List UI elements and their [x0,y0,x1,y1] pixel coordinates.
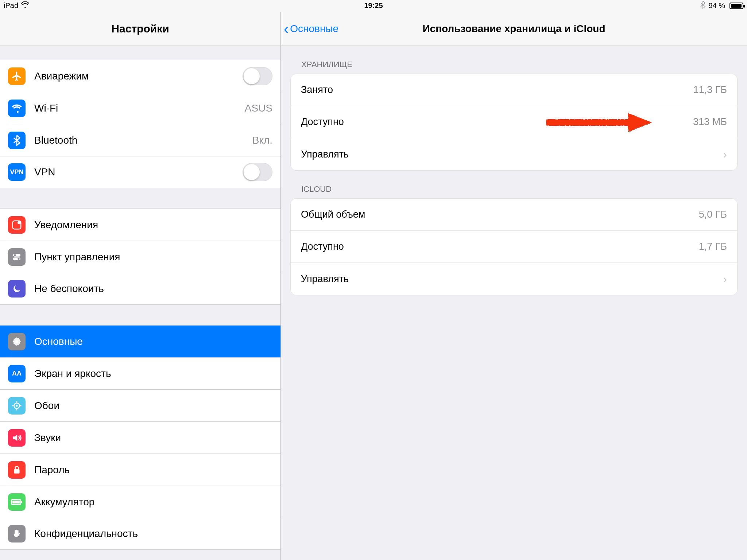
vpn-toggle[interactable] [243,163,272,181]
sidebar-item-notifications[interactable]: Уведомления [0,209,280,241]
sidebar-group-alerts: Уведомления Пункт управления Не беспокои… [0,209,280,305]
settings-sidebar: Настройки Авиарежим Wi-Fi [0,12,281,560]
display-icon: AA [8,365,26,382]
row-storage-manage[interactable]: Управлять › [291,138,737,170]
sidebar-item-battery[interactable]: Аккумулятор [0,486,280,518]
status-bar: iPad 19:25 94 % [0,0,747,12]
bluetooth-icon [8,132,26,149]
section-storage: ХРАНИЛИЩЕ Занято 11,3 ГБ Доступно [290,56,738,171]
row-icloud-total: Общий объем 5,0 ГБ [291,199,737,231]
svg-rect-13 [14,469,19,473]
moon-icon [8,280,26,298]
airplane-toggle[interactable] [243,67,272,85]
row-label: Экран и яркость [34,368,272,380]
page-title: Использование хранилища и iCloud [422,23,605,35]
battery-percent: 94 % [708,1,725,10]
row-label: Авиарежим [34,70,243,82]
row-value: Вкл. [252,135,272,146]
back-button[interactable]: ‹ Основные [284,12,338,46]
row-label: Wi-Fi [34,102,245,114]
row-label: Доступно [301,116,693,128]
wallpaper-icon [8,397,26,415]
row-value: ASUS [245,102,272,114]
row-label: Не беспокоить [34,283,272,295]
row-label: Управлять [301,273,719,285]
gear-icon [8,333,26,350]
row-label: Bluetooth [34,135,252,146]
back-label: Основные [290,23,338,35]
sidebar-scroll[interactable]: Авиарежим Wi-Fi ASUS Blue [0,46,280,560]
section-header: ХРАНИЛИЩЕ [290,56,738,74]
row-label: Звуки [34,432,272,444]
sidebar-item-sounds[interactable]: Звуки [0,421,280,454]
svg-point-1 [18,221,21,224]
row-label: Пароль [34,464,272,476]
row-label: Основные [34,336,272,347]
wifi-icon [8,100,26,117]
status-right: 94 % [700,1,743,11]
row-label: Пункт управления [34,251,272,263]
section-icloud: ICLOUD Общий объем 5,0 ГБ Доступно 1,7 Г… [290,181,738,295]
row-label: VPN [34,166,243,178]
battery-icon [729,3,743,9]
chevron-right-icon: › [723,148,727,161]
row-label: Занято [301,84,693,96]
airplane-icon [8,67,26,85]
hand-icon [8,525,26,542]
sidebar-title: Настройки [0,12,280,46]
control-center-icon [8,248,26,266]
svg-point-5 [18,258,20,260]
sidebar-group-connectivity: Авиарежим Wi-Fi ASUS Blue [0,60,280,188]
sidebar-item-passcode[interactable]: Пароль [0,454,280,486]
svg-rect-15 [12,501,20,503]
status-left: iPad [4,1,29,10]
chevron-right-icon: › [723,272,727,286]
sidebar-item-wifi[interactable]: Wi-Fi ASUS [0,92,280,124]
bluetooth-icon [700,1,705,11]
svg-point-8 [16,405,18,407]
content-scroll[interactable]: ХРАНИЛИЩЕ Занято 11,3 ГБ Доступно [281,46,747,560]
sidebar-item-wallpaper[interactable]: Обои [0,389,280,421]
row-value: 313 МБ [693,116,727,128]
svg-point-4 [14,254,16,256]
row-label: Конфиденциальность [34,528,272,540]
sidebar-item-control-center[interactable]: Пункт управления [0,241,280,273]
content-header: ‹ Основные Использование хранилища и iCl… [281,12,747,46]
sidebar-item-privacy[interactable]: Конфиденциальность [0,518,280,550]
row-label: Уведомления [34,219,272,231]
row-storage-available: Доступно 313 МБ [291,106,737,138]
status-time: 19:25 [364,1,383,10]
sidebar-item-bluetooth[interactable]: Bluetooth Вкл. [0,124,280,156]
chevron-left-icon: ‹ [284,22,289,36]
row-label: Общий объем [301,209,699,220]
content-pane: ‹ Основные Использование хранилища и iCl… [281,12,747,560]
sidebar-item-vpn[interactable]: VPN VPN [0,156,280,188]
row-label: Доступно [301,241,699,252]
svg-rect-16 [21,501,22,503]
wifi-icon [21,1,29,10]
row-value: 11,3 ГБ [693,84,727,96]
row-icloud-manage[interactable]: Управлять › [291,263,737,295]
sidebar-item-general[interactable]: Основные [0,325,280,357]
sidebar-item-display[interactable]: AA Экран и яркость [0,357,280,389]
section-header: ICLOUD [290,181,738,198]
device-label: iPad [4,1,18,10]
sidebar-group-device: Основные AA Экран и яркость Обои [0,325,280,550]
row-icloud-available: Доступно 1,7 ГБ [291,231,737,263]
row-label: Управлять [301,149,719,160]
row-label: Аккумулятор [34,496,272,508]
speaker-icon [8,429,26,447]
row-storage-used: Занято 11,3 ГБ [291,74,737,106]
row-value: 5,0 ГБ [699,209,727,220]
battery-icon [8,493,26,511]
vpn-icon: VPN [8,163,26,181]
notifications-icon [8,216,26,234]
lock-icon [8,461,26,479]
row-value: 1,7 ГБ [699,241,727,252]
sidebar-item-airplane[interactable]: Авиарежим [0,60,280,92]
row-label: Обои [34,400,272,412]
sidebar-item-dnd[interactable]: Не беспокоить [0,273,280,305]
